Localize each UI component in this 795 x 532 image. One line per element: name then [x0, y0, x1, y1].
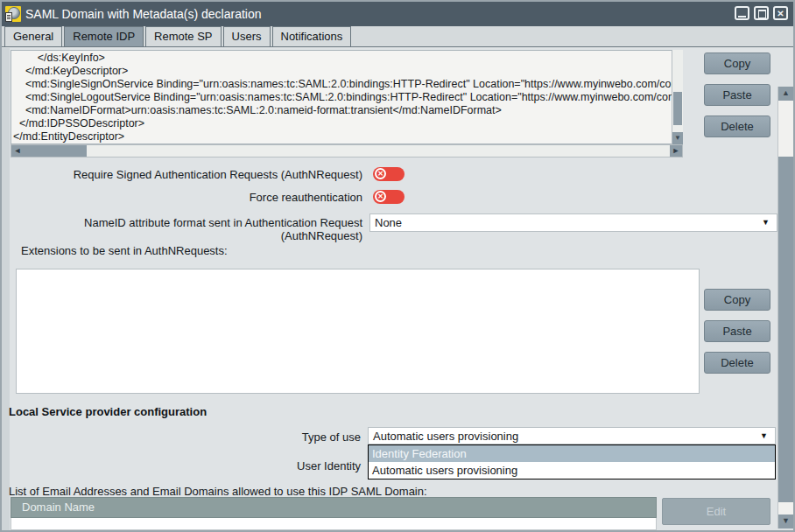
app-icon [5, 6, 21, 22]
type-of-use-dropdown-list: Identity Federation Automatic users prov… [368, 444, 776, 480]
scrollbar-thumb[interactable] [673, 92, 682, 125]
window-vertical-scrollbar[interactable]: ▲ ▼ [777, 87, 793, 528]
option-automatic-provisioning[interactable]: Automatic users provisioning [369, 462, 775, 479]
xml-line: </md:EntityDescriptor> [13, 130, 682, 144]
force-reauth-label: Force reauthentication [2, 191, 362, 204]
table-row[interactable] [11, 518, 657, 530]
chevron-down-icon: ▼ [760, 428, 768, 444]
local-sp-heading: Local Service provider configuration [9, 405, 207, 418]
xml-line: </md:IDPSSODescriptor> [13, 117, 682, 130]
window-controls: ✕ [735, 6, 788, 20]
metadata-xml-editor[interactable]: </ds:KeyInfo> </md:KeyDescriptor> <md:Si… [11, 50, 683, 144]
metadata-copy-button[interactable]: Copy [704, 52, 770, 74]
force-reauth-toggle[interactable]: ✕ [373, 190, 405, 204]
metadata-horizontal-scrollbar[interactable]: ◄ ► [11, 144, 683, 158]
close-icon[interactable]: ✕ [773, 6, 788, 20]
user-identity-label: User Identity [2, 459, 361, 472]
scroll-down-icon[interactable]: ▼ [778, 514, 793, 528]
extensions-editor[interactable] [16, 269, 700, 394]
tab-remote-sp[interactable]: Remote SP [145, 26, 221, 46]
xml-line: <md:SingleSignOnService Binding="urn:oas… [13, 78, 682, 91]
edit-button-disabled[interactable]: Edit [662, 498, 770, 525]
xml-line: </md:KeyDescriptor> [13, 65, 682, 78]
email-domains-label: List of Email Addresses and Email Domain… [9, 485, 427, 498]
extensions-paste-button[interactable]: Paste [704, 320, 770, 342]
metadata-vertical-scrollbar[interactable]: ▼ [672, 50, 683, 144]
scrollbar-thumb[interactable] [24, 145, 87, 157]
nameid-format-label: NameID attribute format sent in Authenti… [2, 216, 362, 242]
titlebar: SAML Domain with Metadata(s) declaration… [2, 2, 793, 26]
document-icon [5, 12, 12, 22]
domain-name-column-header[interactable]: Domain Name [11, 497, 657, 518]
type-of-use-label: Type of use [2, 430, 361, 444]
type-of-use-select[interactable]: Automatic users provisioning ▼ [368, 427, 776, 444]
selected-value: None [375, 216, 402, 229]
xml-line: </ds:KeyInfo> [13, 52, 682, 65]
metadata-delete-button[interactable]: Delete [704, 116, 770, 137]
extensions-label: Extensions to be sent in AuthNRequests: [21, 244, 228, 257]
xml-line: <md:NameIDFormat>urn:oasis:names:tc:SAML… [13, 104, 682, 117]
toggle-off-x-icon: ✕ [375, 191, 386, 202]
scroll-right-icon[interactable]: ► [670, 145, 682, 157]
extensions-delete-button[interactable]: Delete [704, 352, 770, 374]
tab-bar: General Remote IDP Remote SP Users Notif… [2, 26, 793, 47]
restore-icon[interactable] [754, 6, 769, 20]
tab-users[interactable]: Users [223, 26, 271, 46]
tab-remote-idp[interactable]: Remote IDP [64, 26, 144, 46]
nameid-format-select[interactable]: None ▼ [369, 214, 777, 232]
extensions-copy-button[interactable]: Copy [704, 289, 770, 311]
require-signed-label: Require Signed Authentication Requests (… [2, 168, 362, 181]
option-identity-federation[interactable]: Identity Federation [369, 445, 775, 462]
scroll-up-icon[interactable]: ▲ [778, 87, 793, 101]
minimize-icon[interactable] [735, 6, 749, 20]
scroll-left-icon[interactable]: ◄ [11, 145, 24, 157]
metadata-paste-button[interactable]: Paste [704, 84, 770, 106]
require-signed-toggle[interactable]: ✕ [373, 167, 405, 181]
toggle-off-x-icon: ✕ [375, 168, 386, 179]
scroll-down-icon[interactable]: ▼ [672, 132, 683, 144]
tab-general[interactable]: General [4, 26, 62, 46]
scrollbar-thumb[interactable] [778, 157, 793, 502]
tab-notifications[interactable]: Notifications [272, 26, 352, 46]
chevron-down-icon: ▼ [762, 214, 770, 231]
selected-value: Automatic users provisioning [373, 430, 518, 443]
xml-line: <md:SingleLogoutService Binding="urn:oas… [13, 91, 682, 104]
tab-content-remote-idp: </ds:KeyInfo> </md:KeyDescriptor> <md:Si… [2, 48, 793, 530]
saml-domain-dialog: SAML Domain with Metadata(s) declaration… [0, 0, 795, 532]
window-title: SAML Domain with Metadata(s) declaration [25, 7, 262, 21]
